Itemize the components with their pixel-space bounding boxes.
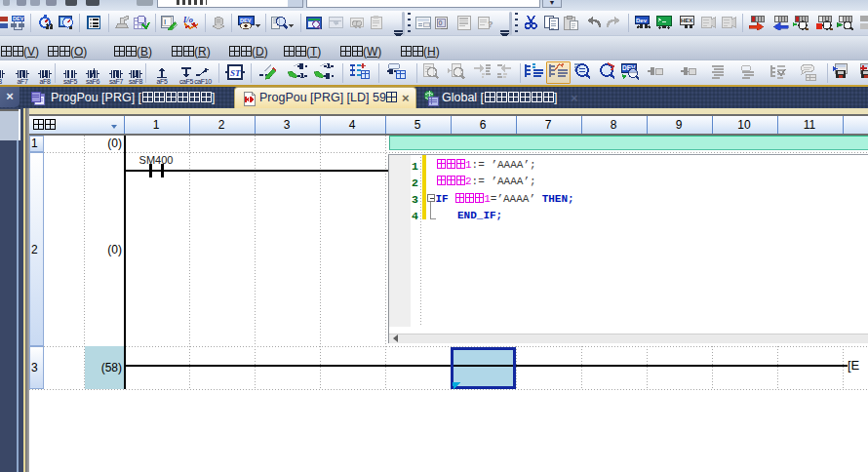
svg-text:DEV: DEV: [13, 16, 24, 21]
svg-text:?: ?: [488, 20, 493, 29]
svg-text:I: I: [164, 18, 166, 26]
svg-text:I/o: I/o: [182, 15, 193, 24]
svg-text:0: 0: [439, 20, 443, 26]
svg-text:HEX: HEX: [681, 18, 692, 23]
svg-text:Dev: Dev: [636, 18, 648, 23]
svg-text:ST: ST: [230, 68, 241, 78]
